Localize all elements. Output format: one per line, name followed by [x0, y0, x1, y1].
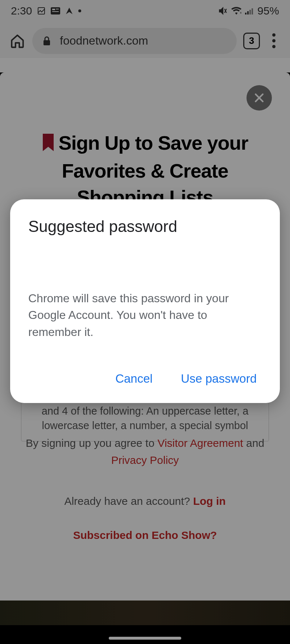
- chrome-password-dialog: Suggested password Chrome will save this…: [10, 199, 280, 403]
- cancel-button[interactable]: Cancel: [114, 367, 154, 390]
- navigation-handle[interactable]: [109, 637, 181, 640]
- use-password-button[interactable]: Use password: [179, 367, 258, 390]
- dialog-body: Chrome will save this password in your G…: [28, 290, 262, 340]
- dialog-title: Suggested password: [28, 217, 262, 236]
